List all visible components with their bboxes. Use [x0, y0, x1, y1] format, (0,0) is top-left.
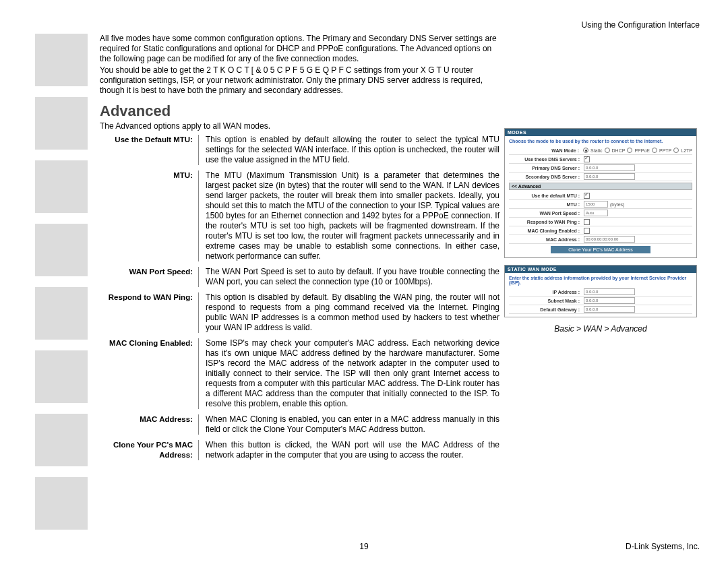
mac-address-input[interactable]: 00:00:00:00:00:00 [584, 236, 635, 243]
mask-input[interactable]: 0.0.0.0 [584, 297, 635, 304]
decor-square [35, 477, 88, 530]
option-label: MAC Cloning Enabled: [100, 338, 199, 409]
use-dns-label: Use these DNS Servers : [509, 157, 584, 162]
gw-input[interactable]: 0.0.0.0 [584, 306, 635, 313]
option-desc: When MAC Cloning is enabled, you can ent… [199, 414, 499, 435]
clone-mac-button[interactable]: Clone Your PC's MAC Address [551, 246, 650, 253]
static-note: Enter the static address information pro… [509, 276, 692, 285]
wan-port-speed-label: WAN Port Speed : [509, 211, 584, 216]
radio-label: PPPoE [634, 148, 650, 153]
radio-static[interactable] [583, 148, 588, 153]
mtu-input[interactable]: 1500 [584, 201, 608, 208]
advanced-toggle[interactable]: << Advanced [509, 183, 692, 190]
screenshot-panel: MODES Choose the mode to be used by the … [504, 128, 697, 334]
radio-pptp[interactable] [652, 148, 657, 153]
page-number: 19 [0, 542, 728, 551]
footer-company: D-Link Systems, Inc. [626, 542, 700, 551]
ip-input[interactable]: 0.0.0.0 [584, 288, 635, 295]
modes-note: Choose the mode to be used by the router… [509, 139, 692, 144]
radio-label: Static [590, 148, 603, 153]
mac-cloning-checkbox[interactable] [584, 228, 590, 234]
decor-square [35, 287, 88, 340]
wan-port-speed-select[interactable]: Auto [584, 210, 608, 216]
screenshot-caption: Basic > WAN > Advanced [504, 324, 697, 334]
primary-dns-label: Primary DNS Server : [509, 166, 584, 170]
radio-pppoe[interactable] [627, 148, 632, 153]
option-label: Respond to WAN Ping: [100, 292, 199, 333]
decor-square [35, 350, 88, 403]
option-label: MAC Address: [100, 414, 199, 435]
option-label: Use the Default MTU: [100, 135, 199, 165]
option-label: WAN Port Speed: [100, 267, 199, 287]
modes-header: MODES [505, 129, 696, 136]
default-mtu-checkbox[interactable] [584, 193, 590, 199]
option-desc: The MTU (Maximum Transmission Unit) is a… [199, 170, 499, 261]
decor-square [35, 34, 88, 86]
decor-square [35, 160, 88, 213]
intro-p2: You should be able to get the 2 T K O C … [100, 65, 497, 96]
option-desc: When this button is clicked, the WAN por… [199, 440, 499, 460]
radio-label: DHCP [612, 148, 626, 153]
option-desc: This option is enabled by default allowi… [199, 135, 499, 165]
option-row: Clone Your PC's MAC Address: When this b… [100, 440, 693, 460]
static-wan-box: STATIC WAN MODE Enter the static address… [504, 265, 697, 317]
option-row: MAC Address: When MAC Cloning is enabled… [100, 414, 693, 435]
use-dns-checkbox[interactable] [584, 156, 590, 162]
decor-square [35, 414, 88, 466]
mac-cloning-label: MAC Cloning Enabled : [509, 228, 584, 233]
radio-label: L2TP [681, 148, 692, 153]
option-desc: Some ISP's may check your computer's MAC… [199, 338, 499, 409]
ip-label: IP Address : [509, 290, 584, 294]
radio-l2tp[interactable] [673, 148, 679, 153]
option-desc: The WAN Port Speed is set to auto by def… [199, 267, 499, 287]
decor-square [35, 224, 88, 276]
secondary-dns-label: Secondary DNS Server : [509, 175, 584, 179]
mtu-unit: (bytes) [610, 202, 624, 207]
mask-label: Subnet Mask : [509, 299, 584, 303]
gw-label: Default Gateway : [509, 307, 584, 312]
radio-dhcp[interactable] [605, 148, 610, 153]
respond-ping-label: Respond to WAN Ping : [509, 220, 584, 224]
wan-mode-field[interactable]: Static DHCP PPPoE PPTP L2TP [583, 148, 692, 153]
primary-dns-input[interactable]: 0.0.0.0 [584, 164, 635, 171]
intro-text: All five modes have some common configur… [100, 34, 497, 96]
mtu-label: MTU : [509, 202, 584, 207]
option-row: MAC Cloning Enabled: Some ISP's may chec… [100, 338, 693, 409]
option-label: Clone Your PC's MAC Address: [100, 440, 199, 460]
section-heading-advanced: Advanced [100, 102, 693, 120]
decor-square [35, 97, 88, 150]
sidebar-decoration [35, 34, 88, 540]
static-header: STATIC WAN MODE [505, 266, 696, 273]
header-section-label: Using the Configuration Interface [582, 20, 700, 30]
wan-mode-line: WAN Mode : Static DHCP PPPoE PPTP L2TP [509, 146, 692, 155]
option-desc: This option is disabled by default. By d… [199, 292, 499, 333]
mac-address-label: MAC Address : [509, 237, 584, 242]
option-label: MTU: [100, 170, 199, 261]
radio-label: PPTP [659, 148, 671, 153]
modes-box: MODES Choose the mode to be used by the … [504, 128, 697, 258]
default-mtu-label: Use the default MTU : [509, 193, 584, 198]
respond-ping-checkbox[interactable] [584, 219, 590, 225]
intro-p1: All five modes have some common configur… [100, 34, 497, 64]
secondary-dns-input[interactable]: 0.0.0.0 [584, 173, 635, 180]
wan-mode-label: WAN Mode : [509, 148, 583, 153]
